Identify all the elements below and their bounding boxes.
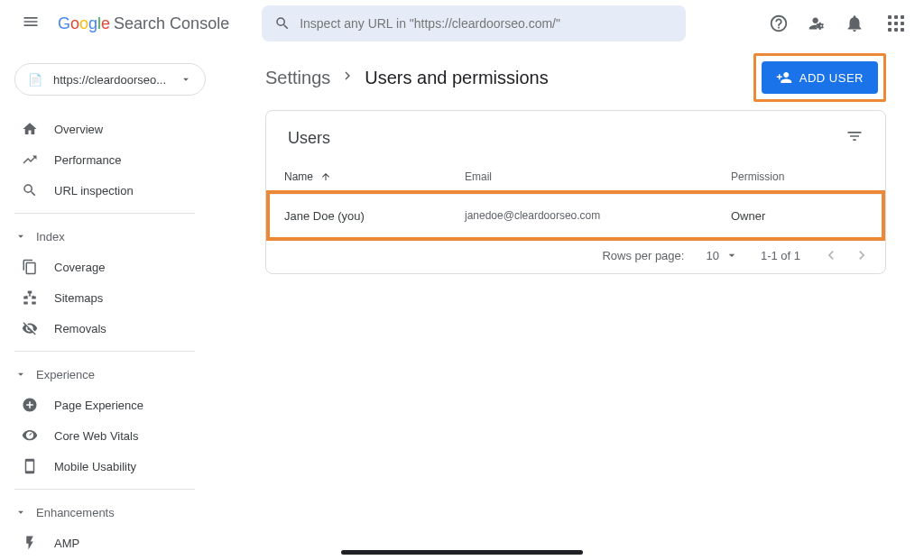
pages-icon [22,259,38,275]
home-icon [22,121,38,137]
chevron-down-icon [14,368,27,381]
chevron-down-icon [725,248,739,262]
cell-permission: Owner [731,209,867,223]
highlight-annotation: ADD USER [753,53,886,102]
app-name: Search Console [114,14,229,33]
cell-email: janedoe@cleardoorseo.com [465,209,731,223]
help-icon[interactable] [769,14,789,33]
search-icon [22,182,38,198]
property-label: https://cleardoorseo... [53,73,180,87]
url-inspect-input[interactable] [300,16,673,31]
nav-performance[interactable]: Performance [14,144,244,175]
nav-mobile-usability[interactable]: Mobile Usability [14,451,195,482]
paginator: Rows per page: 10 1-1 of 1 [266,241,885,273]
logo[interactable]: Google Search Console [58,14,229,33]
bolt-icon [22,535,38,551]
nav-core-web-vitals[interactable]: Core Web Vitals [14,420,195,451]
add-user-button[interactable]: ADD USER [762,61,878,94]
scroll-indicator [341,550,583,555]
content: Settings Users and permissions ADD USER … [244,47,904,560]
notifications-icon[interactable] [845,14,864,33]
search-input[interactable] [262,5,686,41]
sort-up-icon [320,171,331,182]
apps-icon[interactable] [882,10,910,37]
page-title: Users and permissions [365,68,548,88]
person-add-icon [776,69,792,86]
section-enhancements[interactable]: Enhancements [14,497,195,528]
card-title: Users [288,129,330,148]
chevron-right-icon [339,68,356,87]
breadcrumb-parent[interactable]: Settings [265,68,330,88]
mobile-icon [22,458,38,474]
trend-icon [22,151,38,168]
rows-per-page-select[interactable]: 10 [706,248,738,262]
filter-icon[interactable] [845,127,864,149]
gauge-icon [22,427,38,444]
header: Google Search Console [0,0,924,47]
sidebar: 📄 https://cleardoorseo... Overview Perfo… [0,47,244,560]
property-selector[interactable]: 📄 https://cleardoorseo... [14,63,206,96]
nav-url-inspection[interactable]: URL inspection [14,175,244,206]
col-permission[interactable]: Permission [731,170,867,183]
next-page-icon[interactable] [853,246,871,264]
page-range: 1-1 of 1 [761,249,800,262]
nav-overview[interactable]: Overview [14,114,244,144]
breadcrumb: Settings Users and permissions ADD USER [265,56,886,99]
search-icon [274,15,291,32]
prev-page-icon[interactable] [822,246,840,264]
nav-coverage[interactable]: Coverage [14,252,195,282]
section-experience[interactable]: Experience [14,359,195,390]
section-index[interactable]: Index [14,221,195,252]
sitemap-icon [22,289,38,306]
visibility-off-icon [22,320,38,336]
chevron-down-icon [14,506,27,519]
menu-icon[interactable] [14,5,47,41]
user-settings-icon[interactable] [807,14,827,33]
table-header: Name Email Permission [266,154,885,190]
chevron-down-icon [180,73,192,86]
cell-name: Jane Doe (you) [284,209,465,223]
nav-amp[interactable]: AMP [14,528,195,558]
plus-circle-icon [22,397,38,413]
nav-sitemaps[interactable]: Sitemaps [14,282,195,313]
col-email[interactable]: Email [465,170,731,183]
highlight-annotation: Jane Doe (you) janedoe@cleardoorseo.com … [266,190,885,241]
rows-per-page-label: Rows per page: [602,249,684,262]
users-card: Users Name Email Permission Jane Doe (yo… [265,110,886,274]
col-name[interactable]: Name [284,170,465,183]
property-icon: 📄 [28,73,42,87]
table-row[interactable]: Jane Doe (you) janedoe@cleardoorseo.com … [270,194,882,237]
nav-removals[interactable]: Removals [14,313,195,344]
chevron-down-icon [14,230,27,243]
nav-page-experience[interactable]: Page Experience [14,390,195,420]
